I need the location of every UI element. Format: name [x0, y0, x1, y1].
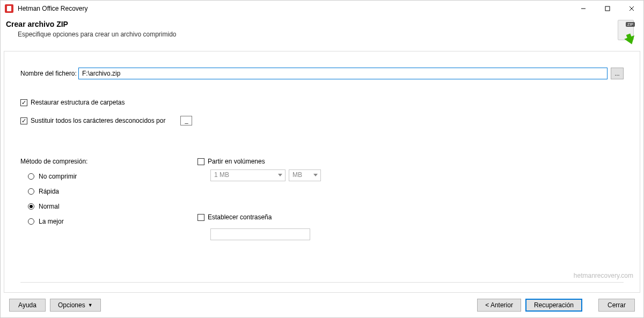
split-volumes-label: Partir en volúmenes [208, 158, 265, 165]
compression-fast-radio[interactable] [28, 188, 34, 195]
volume-size-combo[interactable]: 1 MB [210, 169, 286, 181]
chevron-down-icon [313, 174, 318, 176]
recover-button[interactable]: Recuperación [525, 299, 582, 312]
help-button[interactable]: Ayuda [9, 299, 46, 312]
compression-none-label: No comprimir [39, 173, 77, 180]
page-title: Crear archivo ZIP [6, 20, 176, 28]
close-dialog-button[interactable]: Cerrar [598, 299, 635, 312]
compression-none-radio[interactable] [28, 173, 34, 180]
compression-best-label: La mejor [39, 218, 64, 225]
app-icon [5, 4, 13, 13]
compression-normal-radio[interactable] [28, 203, 34, 210]
compression-best-radio[interactable] [28, 218, 34, 225]
options-button[interactable]: Opciones▼ [50, 299, 101, 312]
minimize-button[interactable] [571, 1, 595, 17]
filename-label: Nombre del fichero: [20, 70, 78, 77]
compression-fast-label: Rápida [39, 188, 59, 195]
branding-text: hetmanrecovery.com [574, 272, 633, 279]
password-input[interactable] [210, 228, 310, 240]
restore-structure-label: Restaurar estructura de carpetas [31, 99, 125, 106]
back-button[interactable]: < Anterior [477, 299, 521, 312]
substitute-unknown-checkbox[interactable] [20, 117, 27, 124]
window-controls [571, 1, 643, 17]
set-password-checkbox[interactable] [197, 214, 204, 221]
close-button[interactable] [619, 1, 643, 17]
compression-normal-label: Normal [39, 203, 60, 210]
wizard-header: Crear archivo ZIP Especifique opciones p… [1, 17, 643, 49]
chevron-down-icon [278, 174, 282, 176]
substitute-char-input[interactable] [180, 116, 192, 125]
volume-unit-combo[interactable]: MB [289, 169, 321, 181]
maximize-button[interactable] [595, 1, 619, 17]
browse-button[interactable]: ... [611, 68, 624, 79]
svg-rect-1 [605, 6, 610, 11]
caret-down-icon: ▼ [88, 302, 93, 308]
window-title: Hetman Office Recovery [18, 5, 88, 12]
page-subtitle: Especifique opciones para crear un archi… [18, 31, 176, 38]
compression-label: Método de compresión: [20, 158, 197, 165]
app-window: Hetman Office Recovery Crear archivo ZIP… [0, 0, 644, 318]
set-password-label: Establecer contraseña [208, 213, 272, 221]
separator [20, 282, 624, 283]
substitute-unknown-label: Sustituir todos los carácteres desconoci… [31, 117, 165, 124]
titlebar: Hetman Office Recovery [1, 1, 643, 17]
filename-input[interactable] [78, 68, 608, 79]
restore-structure-checkbox[interactable] [20, 99, 27, 106]
zip-icon: ZIP [611, 20, 635, 43]
split-volumes-checkbox[interactable] [197, 158, 204, 165]
content-panel: Nombre del fichero: ... Restaurar estruc… [4, 51, 640, 293]
footer: Ayuda Opciones▼ < Anterior Recuperación … [1, 293, 643, 317]
